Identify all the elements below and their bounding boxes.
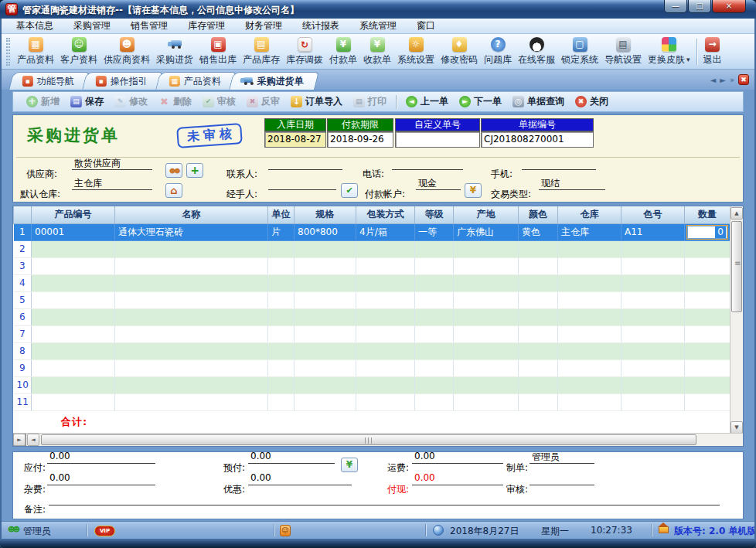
- empty-cell[interactable]: [415, 359, 454, 376]
- cell-color-code[interactable]: A11: [621, 223, 685, 240]
- empty-cell[interactable]: [415, 376, 454, 393]
- empty-cell[interactable]: [621, 376, 685, 393]
- next-bill-button[interactable]: 下一单: [454, 94, 507, 110]
- row-number-cell[interactable]: 7: [14, 325, 32, 342]
- menu-purchase[interactable]: 采购管理: [63, 18, 121, 35]
- column-header-color[interactable]: 颜色: [519, 206, 558, 223]
- empty-cell[interactable]: [268, 376, 295, 393]
- cash-paid-input[interactable]: 0.00: [412, 472, 503, 485]
- column-header-unit[interactable]: 单位: [268, 206, 295, 223]
- scroll-down-icon[interactable]: ▼: [730, 421, 743, 434]
- scroll-right-icon[interactable]: ►: [13, 434, 26, 446]
- empty-cell[interactable]: [454, 376, 519, 393]
- table-row-selected[interactable]: 1 00001 通体大理石瓷砖 片 800*800 4片/箱 一等 广东佛山 黄…: [14, 223, 730, 240]
- empty-cell[interactable]: [356, 274, 415, 291]
- customer-info-button[interactable]: 客户资料: [57, 36, 100, 68]
- empty-cell[interactable]: [415, 342, 454, 359]
- empty-cell[interactable]: [685, 291, 730, 308]
- empty-cell[interactable]: [415, 325, 454, 342]
- row-number-cell[interactable]: 5: [14, 291, 32, 308]
- row-number-cell[interactable]: 9: [14, 359, 32, 376]
- default-warehouse-input[interactable]: 主仓库: [72, 177, 152, 190]
- empty-cell[interactable]: [519, 376, 558, 393]
- delete-button[interactable]: 删除: [153, 94, 197, 110]
- empty-cell[interactable]: [268, 257, 295, 274]
- empty-cell[interactable]: [115, 342, 268, 359]
- freight-input[interactable]: 0.00: [412, 451, 503, 464]
- prepaid-picker-button[interactable]: [341, 458, 358, 472]
- empty-cell[interactable]: [415, 240, 454, 257]
- prepaid-input[interactable]: 0.00: [248, 451, 335, 464]
- empty-cell[interactable]: [558, 342, 621, 359]
- row-number-column-header[interactable]: [14, 206, 32, 223]
- misc-fee-input[interactable]: 0.00: [47, 472, 155, 485]
- empty-cell[interactable]: [415, 291, 454, 308]
- tab-scroll-right-icon[interactable]: ►: [720, 75, 726, 85]
- supplier-input[interactable]: 散货供应商: [72, 157, 152, 170]
- supplier-info-button[interactable]: 供应商资料: [100, 36, 153, 68]
- column-header-origin[interactable]: 产地: [454, 206, 519, 223]
- row-number-cell[interactable]: 6: [14, 308, 32, 325]
- exit-button[interactable]: 退出: [700, 36, 725, 68]
- empty-cell[interactable]: [115, 257, 268, 274]
- row-number-cell[interactable]: 4: [14, 274, 32, 291]
- empty-cell[interactable]: [32, 376, 115, 393]
- handler-input[interactable]: [268, 177, 336, 190]
- empty-cell[interactable]: [454, 291, 519, 308]
- empty-cell[interactable]: [621, 325, 685, 342]
- tab-list-chevron-icon[interactable]: »: [730, 75, 734, 85]
- empty-cell[interactable]: [454, 342, 519, 359]
- empty-cell[interactable]: [558, 393, 621, 410]
- empty-cell[interactable]: [295, 393, 356, 410]
- empty-cell[interactable]: [415, 257, 454, 274]
- row-number-cell[interactable]: 10: [14, 376, 32, 393]
- table-row[interactable]: 6: [14, 308, 730, 325]
- cell-spec[interactable]: 800*800: [295, 223, 356, 240]
- empty-cell[interactable]: [356, 359, 415, 376]
- empty-cell[interactable]: [454, 359, 519, 376]
- table-row[interactable]: 7: [14, 325, 730, 342]
- empty-cell[interactable]: [621, 240, 685, 257]
- column-header-packing[interactable]: 包装方式: [356, 206, 415, 223]
- nav-settings-button[interactable]: 导航设置: [601, 36, 645, 68]
- empty-cell[interactable]: [558, 376, 621, 393]
- empty-cell[interactable]: [685, 393, 730, 410]
- empty-cell[interactable]: [268, 274, 295, 291]
- horizontal-scrollbar[interactable]: ◄ ►: [13, 433, 743, 446]
- vertical-scrollbar[interactable]: ▲ ▼: [730, 206, 743, 434]
- contact-input[interactable]: [268, 157, 342, 170]
- empty-cell[interactable]: [558, 274, 621, 291]
- empty-cell[interactable]: [268, 325, 295, 342]
- empty-cell[interactable]: [519, 240, 558, 257]
- empty-cell[interactable]: [621, 308, 685, 325]
- empty-cell[interactable]: [454, 240, 519, 257]
- tab-close-icon[interactable]: ✖: [738, 74, 749, 85]
- empty-cell[interactable]: [32, 291, 115, 308]
- empty-cell[interactable]: [454, 274, 519, 291]
- sales-out-button[interactable]: 销售出库: [196, 36, 240, 68]
- empty-cell[interactable]: [115, 325, 268, 342]
- empty-cell[interactable]: [558, 257, 621, 274]
- empty-cell[interactable]: [268, 240, 295, 257]
- empty-cell[interactable]: [32, 240, 115, 257]
- receipt-bill-button[interactable]: 收款单: [360, 36, 394, 68]
- menu-window[interactable]: 窗口: [407, 18, 445, 35]
- empty-cell[interactable]: [558, 291, 621, 308]
- mobile-input[interactable]: [522, 157, 596, 170]
- row-number-cell[interactable]: 2: [14, 240, 32, 257]
- toolbar-grip[interactable]: [6, 38, 10, 66]
- custom-number-input[interactable]: [395, 131, 480, 148]
- empty-cell[interactable]: [454, 308, 519, 325]
- empty-cell[interactable]: [356, 342, 415, 359]
- empty-cell[interactable]: [621, 291, 685, 308]
- empty-cell[interactable]: [356, 393, 415, 410]
- empty-cell[interactable]: [454, 393, 519, 410]
- empty-cell[interactable]: [115, 393, 268, 410]
- empty-cell[interactable]: [685, 274, 730, 291]
- column-header-grade[interactable]: 等级: [415, 206, 454, 223]
- empty-cell[interactable]: [268, 393, 295, 410]
- modify-button[interactable]: 修改: [109, 94, 153, 110]
- empty-cell[interactable]: [685, 325, 730, 342]
- empty-cell[interactable]: [519, 291, 558, 308]
- system-settings-button[interactable]: 系统设置: [394, 36, 438, 68]
